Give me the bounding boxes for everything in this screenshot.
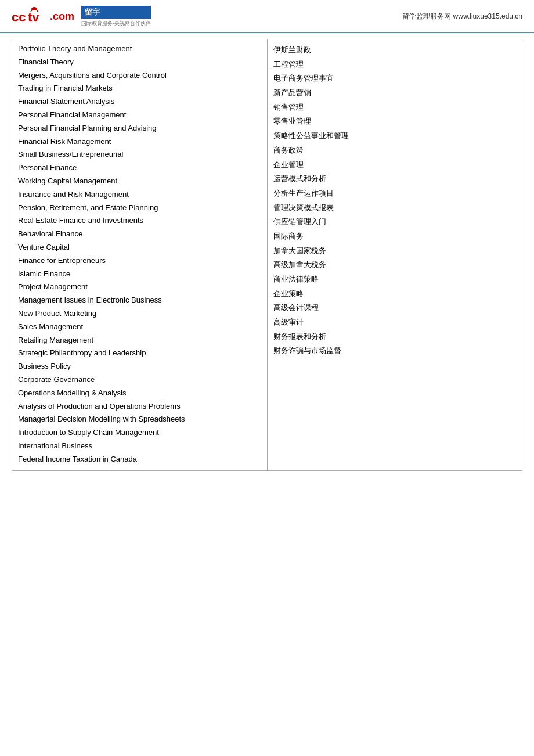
list-item: 管理决策模式报表 [273,201,517,215]
list-item: International Business [18,440,261,452]
list-item: Venture Capital [18,242,261,254]
list-item: 零售业管理 [273,114,517,129]
list-item: Corporate Governance [18,374,261,386]
list-item: 供应链管理入门 [273,215,517,229]
list-item: 电子商务管理事宜 [273,71,517,86]
list-item: 工程管理 [273,57,517,72]
list-item: Trading in Financial Markets [18,82,261,95]
list-item: Strategic Philanthropy and Leadership [18,347,261,359]
list-item: 销售管理 [273,100,517,115]
courses-table: Portfolio Theory and ManagementFinancial… [12,39,522,471]
list-item: Personal Finance [18,162,261,174]
list-item: 运营模式和分析 [273,172,517,186]
list-item: New Product Marketing [18,308,261,320]
list-item: Financial Theory [18,56,261,69]
cctv-logo: cc tv .com [12,6,74,27]
list-item: Managerial Decision Modelling with Sprea… [18,413,261,426]
list-item: Behavioral Finance [18,228,261,240]
list-item: Islamic Finance [18,268,261,280]
list-item: Sales Management [18,321,261,333]
dot-com-label: .com [50,10,74,23]
svg-text:tv: tv [28,10,39,24]
header-service-text: 留学监理服务网 www.liuxue315.edu.cn [402,12,522,21]
list-item: Mergers, Acquisitions and Corporate Cont… [18,70,261,82]
svg-text:cc: cc [12,10,26,24]
list-item: Management Issues in Electronic Business [18,294,261,307]
cctv-logo-svg: cc tv [12,6,52,27]
page-header: cc tv .com 留宇 国际教育服务·央视网合作伙伴 留学监理服务网 www… [0,0,534,33]
list-item: 加拿大国家税务 [273,244,517,258]
logo-area: cc tv .com 留宇 国际教育服务·央视网合作伙伴 [12,6,151,27]
main-content: Portfolio Theory and ManagementFinancial… [0,33,534,477]
list-item: Federal Income Taxation in Canada [18,453,261,466]
chinese-items-list: 伊斯兰财政工程管理电子商务管理事宜新产品营销销售管理零售业管理策略性公益事业和管… [273,43,517,358]
list-item: 高级会计课程 [273,301,517,315]
list-item: Analysis of Production and Operations Pr… [18,401,261,413]
english-items-list: Portfolio Theory and ManagementFinancial… [18,43,261,466]
list-item: 财务报表和分析 [273,330,517,344]
list-item: Project Management [18,281,261,293]
list-item: Personal Financial Planning and Advising [18,123,261,135]
list-item: Finance for Entrepreneurs [18,255,261,267]
list-item: Portfolio Theory and Management [18,43,261,55]
col-english: Portfolio Theory and ManagementFinancial… [12,39,268,471]
list-item: Working Capital Management [18,175,261,188]
list-item: Financial Risk Management [18,136,261,148]
list-item: 企业策略 [273,287,517,301]
list-item: Business Policy [18,361,261,373]
list-item: 国际商务 [273,229,517,244]
list-item: Personal Financial Management [18,109,261,121]
table-row-main: Portfolio Theory and ManagementFinancial… [12,39,522,471]
list-item: 高级加拿大税务 [273,258,517,272]
list-item: 分析生产运作项目 [273,186,517,201]
list-item: 财务诈骗与市场监督 [273,344,517,358]
logo-subtitle: 国际教育服务·央视网合作伙伴 [81,20,151,27]
list-item: Pension, Retirement, and Estate Planning [18,202,261,214]
list-item: 新产品营销 [273,86,517,100]
list-item: Retailing Management [18,334,261,347]
list-item: 策略性公益事业和管理 [273,129,517,143]
list-item: Introduction to Supply Chain Management [18,427,261,439]
col-chinese: 伊斯兰财政工程管理电子商务管理事宜新产品营销销售管理零售业管理策略性公益事业和管… [267,39,522,471]
list-item: Operations Modelling & Analysis [18,387,261,399]
list-item: 企业管理 [273,158,517,172]
list-item: Financial Statement Analysis [18,96,261,108]
list-item: Insurance and Risk Management [18,189,261,201]
list-item: Small Business/Entrepreneurial [18,149,261,161]
liuyu-badge: 留宇 [81,6,151,19]
list-item: Real Estate Finance and Investments [18,215,261,227]
list-item: 伊斯兰财政 [273,43,517,57]
list-item: 商业法律策略 [273,272,517,287]
list-item: 商务政策 [273,143,517,158]
list-item: 高级审计 [273,315,517,330]
